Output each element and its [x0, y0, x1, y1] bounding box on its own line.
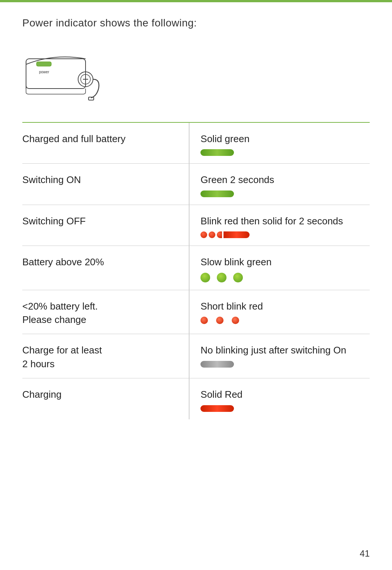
- page-number: 41: [360, 548, 370, 559]
- indicator-visual-slow-blink-green: [200, 273, 243, 282]
- red-circle-1: [200, 231, 207, 238]
- table-row: <20% battery left. Please change Short b…: [22, 290, 370, 334]
- indicator-description: Blink red then solid for 2 seconds: [189, 205, 370, 246]
- gray-bar: [200, 361, 234, 368]
- red-small-circle-2: [216, 317, 224, 324]
- indicator-visual-solid-green-1: [200, 149, 234, 156]
- indicator-visual-blink-red: [200, 231, 250, 238]
- condition-label: Charging: [22, 378, 189, 419]
- condition-label: Charged and full battery: [22, 123, 189, 163]
- indicator-table: Charged and full battery Solid green Swi…: [22, 122, 370, 419]
- device-illustration: power: [22, 44, 104, 103]
- indicator-description: Solid green: [189, 123, 370, 163]
- indicator-description: Solid Red: [189, 378, 370, 419]
- condition-label: Battery above 20%: [22, 246, 189, 289]
- svg-rect-1: [36, 62, 51, 66]
- table-row: Battery above 20% Slow blink green: [22, 246, 370, 290]
- green-circle-2: [217, 273, 226, 282]
- indicator-description: Green 2 seconds: [189, 164, 370, 204]
- solid-green-bar: [200, 149, 234, 156]
- indicator-visual-short-blink-red: [200, 317, 239, 324]
- condition-label: Switching OFF: [22, 205, 189, 246]
- red-small-circle-1: [200, 317, 208, 324]
- svg-rect-0: [26, 59, 86, 89]
- condition-label: Switching ON: [22, 164, 189, 204]
- red-small-circle-3: [232, 317, 239, 324]
- solid-red-bar: [200, 405, 234, 412]
- condition-label: Charge for at least 2 hours: [22, 334, 189, 378]
- solid-red-bar-short: [224, 231, 250, 238]
- red-circle-2: [209, 231, 215, 238]
- green-circle-1: [200, 273, 210, 282]
- indicator-description: Slow blink green: [189, 246, 370, 289]
- table-row: Charge for at least 2 hours No blinking …: [22, 334, 370, 378]
- svg-text:power: power: [39, 70, 49, 74]
- indicator-description: No blinking just after switching On: [189, 334, 370, 378]
- red-half-circle: [217, 231, 222, 238]
- intro-text: Power indicator shows the following:: [22, 17, 370, 29]
- table-row: Switching OFF Blink red then solid for 2…: [22, 205, 370, 246]
- indicator-visual-gray: [200, 361, 234, 368]
- green-circle-3: [233, 273, 243, 282]
- table-row: Switching ON Green 2 seconds: [22, 164, 370, 205]
- solid-green-bar: [200, 190, 234, 197]
- condition-label: <20% battery left. Please change: [22, 290, 189, 334]
- table-row: Charged and full battery Solid green: [22, 123, 370, 164]
- table-row: Charging Solid Red: [22, 378, 370, 419]
- indicator-description: Short blink red: [189, 290, 370, 334]
- indicator-visual-solid-red: [200, 405, 234, 412]
- indicator-visual-solid-green-2: [200, 190, 234, 197]
